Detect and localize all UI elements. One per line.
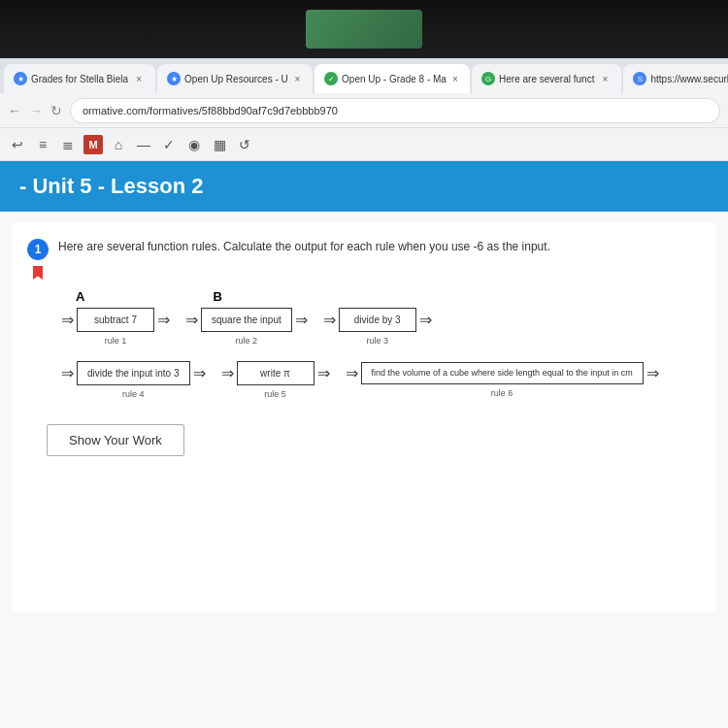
rules-row-2: ⇒ divide the input into 3 ⇒ rule 4 xyxy=(58,361,701,399)
tab-bar: ★ Grades for Stella Biela × ★ Open Up Re… xyxy=(0,58,728,93)
arrow-before-rule1: ⇒ xyxy=(61,311,74,329)
tab-icon-securly: S xyxy=(633,72,646,85)
rule-4-item: ⇒ divide the input into 3 ⇒ rule 4 xyxy=(58,361,209,399)
question-row: 1 Here are several function rules. Calcu… xyxy=(27,239,701,280)
rule-3-text: divide by 3 xyxy=(354,314,401,325)
arrow-before-rule5: ⇒ xyxy=(221,364,234,382)
content-area: 1 Here are several function rules. Calcu… xyxy=(12,223,716,612)
rule-2-label: rule 2 xyxy=(236,336,258,346)
tab-icon-openup: ★ xyxy=(167,72,181,85)
tab-label-functions: Here are several funct xyxy=(499,74,594,84)
arrow-before-rule6: ⇒ xyxy=(346,364,358,382)
address-bar: ← → ↻ ormative.com/formatives/5f88bbd90a… xyxy=(0,93,728,128)
tab-functions[interactable]: G Here are several funct × xyxy=(472,64,621,93)
m-icon: M xyxy=(83,135,103,154)
main-content: 1 Here are several function rules. Calcu… xyxy=(0,212,728,728)
tab-label-openup: Open Up Resources - U xyxy=(184,74,288,84)
rule-3-item: ⇒ divide by 3 ⇒ rule 3 xyxy=(320,308,435,346)
arrow-after-rule4: ⇒ xyxy=(193,364,206,382)
rule-1-box: subtract 7 xyxy=(77,308,154,332)
bookmark-icon xyxy=(33,266,43,280)
rule-5-item: ⇒ write π ⇒ rule 5 xyxy=(218,361,333,399)
arrow-before-rule4: ⇒ xyxy=(61,364,74,382)
tab-close-openup[interactable]: × xyxy=(292,72,303,85)
toolbar-grid-icon[interactable]: ▦ xyxy=(210,135,229,154)
rule-5-box: write π xyxy=(237,361,314,385)
rule-4-box: divide the input into 3 xyxy=(77,361,190,385)
rule-6-item: ⇒ find the volume of a cube where side l… xyxy=(343,362,662,399)
toolbar-circle-icon: ◉ xyxy=(184,135,204,154)
toolbar-list-icon[interactable]: ≣ xyxy=(58,135,78,154)
tab-close-functions[interactable]: × xyxy=(598,72,612,85)
page-title: - Unit 5 - Lesson 2 xyxy=(19,174,203,199)
diagram-section: A B ⇒ subtract 7 ⇒ xyxy=(27,289,701,399)
rule-3-box: divide by 3 xyxy=(339,308,416,332)
nav-refresh-icon[interactable]: ↻ xyxy=(50,103,62,118)
tab-close-grade8[interactable]: × xyxy=(450,72,460,85)
rule-3-label: rule 3 xyxy=(366,336,388,346)
tab-grades[interactable]: ★ Grades for Stella Biela × xyxy=(4,64,155,93)
toolbar-arrow-icon: ↩ xyxy=(8,135,27,154)
tab-openup-grade8[interactable]: ✓ Open Up - Grade 8 - Ma × xyxy=(314,64,470,93)
address-field[interactable]: ormative.com/formatives/5f88bbd90af7c9d7… xyxy=(70,98,720,123)
tab-close-grades[interactable]: × xyxy=(132,72,146,85)
question-number: 1 xyxy=(27,239,49,260)
tab-label-securly: https://www.securly.s xyxy=(650,74,728,84)
arrow-before-rule3: ⇒ xyxy=(323,311,336,329)
arrow-after-rule6: ⇒ xyxy=(646,364,659,382)
arrow-after-rule5: ⇒ xyxy=(317,364,330,382)
tab-label-grades: Grades for Stella Biela xyxy=(31,74,128,84)
toolbar: ↩ ≡ ≣ M ⌂ — ✓ ◉ ▦ ↺ xyxy=(0,128,728,161)
toolbar-refresh2-icon[interactable]: ↺ xyxy=(235,135,254,154)
rule-1-item: ⇒ subtract 7 ⇒ rule 1 xyxy=(58,308,173,346)
screen-frame: ★ Grades for Stella Biela × ★ Open Up Re… xyxy=(0,0,728,728)
rule-4-text: divide the input into 3 xyxy=(87,368,180,379)
tab-label-grade8: Open Up - Grade 8 - Ma xyxy=(342,74,447,84)
toolbar-menu-icon[interactable]: ≡ xyxy=(33,135,52,154)
tab-icon-grade8: ✓ xyxy=(324,72,338,85)
ab-labels: A B xyxy=(76,289,701,304)
url-text: ormative.com/formatives/5f88bbd90af7c9d7… xyxy=(83,105,338,116)
rule-5-label: rule 5 xyxy=(264,389,286,399)
camera-blur xyxy=(306,10,422,49)
toolbar-home-icon[interactable]: ⌂ xyxy=(109,135,128,154)
tab-icon-grades: ★ xyxy=(14,72,27,85)
label-a: A xyxy=(76,289,84,304)
rules-row-1: ⇒ subtract 7 ⇒ rule 1 ⇒ xyxy=(58,308,701,346)
rule-2-item: ⇒ square the input ⇒ rule 2 xyxy=(182,308,311,346)
tab-icon-functions: G xyxy=(481,72,495,85)
rule-6-label: rule 6 xyxy=(491,388,513,398)
arrow-after-rule3: ⇒ xyxy=(419,311,432,329)
rule-6-box: find the volume of a cube where side len… xyxy=(361,362,644,385)
rule-5-text: write π xyxy=(260,368,290,379)
toolbar-check-icon: ✓ xyxy=(159,135,179,154)
arrow-after-rule2: ⇒ xyxy=(295,311,308,329)
tab-securly[interactable]: S https://www.securly.s × xyxy=(623,64,728,93)
rule-2-text: square the input xyxy=(212,314,281,325)
question-text: Here are several function rules. Calcula… xyxy=(58,239,701,255)
rule-1-label: rule 1 xyxy=(105,336,127,346)
toolbar-dash-icon: — xyxy=(134,135,153,154)
nav-back-icon[interactable]: ← xyxy=(8,103,21,118)
nav-forward-icon[interactable]: → xyxy=(29,103,43,118)
show-work-button[interactable]: Show Your Work xyxy=(47,424,184,456)
rule-2-box: square the input xyxy=(201,308,292,332)
arrow-before-rule2: ⇒ xyxy=(185,311,198,329)
camera-area xyxy=(306,10,422,49)
rule-1-text: subtract 7 xyxy=(94,314,137,325)
arrow-after-rule1: ⇒ xyxy=(157,311,170,329)
label-b: B xyxy=(213,289,221,304)
rule-6-text: find the volume of a cube where side len… xyxy=(372,368,633,378)
top-bezel xyxy=(0,0,728,58)
tab-openup[interactable]: ★ Open Up Resources - U × xyxy=(157,64,313,93)
browser-window: ★ Grades for Stella Biela × ★ Open Up Re… xyxy=(0,58,728,728)
page-header: - Unit 5 - Lesson 2 xyxy=(0,161,728,212)
rule-4-label: rule 4 xyxy=(122,389,145,399)
